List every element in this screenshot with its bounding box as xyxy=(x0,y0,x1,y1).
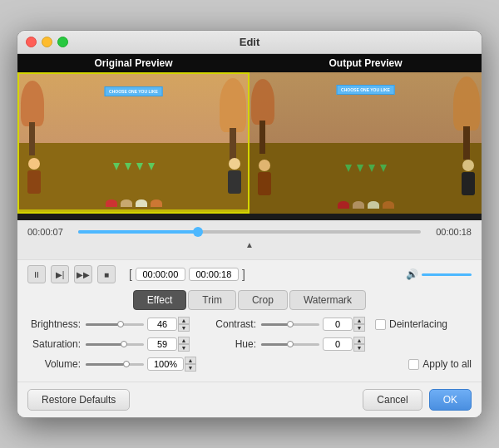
action-buttons: Cancel OK xyxy=(363,389,472,411)
char-pilgrim xyxy=(228,158,241,194)
clip-end-input[interactable] xyxy=(189,268,239,281)
output-preview-label: Output Preview xyxy=(250,54,482,72)
output-preview-panel: Output Preview CHOOSE ONE YOU LIKE xyxy=(250,54,482,220)
tree-right xyxy=(220,78,246,161)
deinterlacing-checkbox[interactable] xyxy=(375,319,386,330)
tab-watermark[interactable]: Watermark xyxy=(289,290,366,310)
volume-up[interactable]: ▲ xyxy=(185,357,196,364)
hue-label: Hue: xyxy=(203,338,261,350)
brightness-stepper[interactable]: ▲ ▼ xyxy=(178,317,190,332)
saturation-label: Saturation: xyxy=(27,338,86,350)
crop-indicator xyxy=(19,209,248,212)
arrows xyxy=(113,163,155,170)
tab-crop[interactable]: Crop xyxy=(238,290,288,310)
brightness-label: Brightness: xyxy=(27,318,86,330)
edit-window: Edit Original Preview xyxy=(17,30,482,418)
hue-value[interactable] xyxy=(323,337,353,351)
timeline-fill xyxy=(78,230,198,234)
controls-area: ⏸ ▶| ▶▶ ■ [ ] 🔊 Effect Trim Crop Waterma… xyxy=(17,259,482,382)
playback-row: ⏸ ▶| ▶▶ ■ [ ] 🔊 xyxy=(27,265,472,283)
output-tree-left xyxy=(251,79,274,154)
banner: CHOOSE ONE YOU LIKE xyxy=(104,86,163,96)
saturation-value[interactable] xyxy=(147,337,177,351)
next-frame-button[interactable]: ▶| xyxy=(51,265,69,283)
original-preview-panel: Original Preview CHOOSE xyxy=(17,54,250,220)
title-bar: Edit xyxy=(17,31,482,54)
bracket-open: [ xyxy=(129,268,132,281)
tree-left xyxy=(21,81,44,155)
contrast-slider[interactable] xyxy=(261,323,319,326)
apply-to-all-checkbox[interactable] xyxy=(408,359,419,370)
apply-to-all-label: Apply to all xyxy=(422,358,472,370)
ok-button[interactable]: OK xyxy=(429,389,472,411)
contrast-up[interactable]: ▲ xyxy=(353,317,365,324)
output-banner: CHOOSE ONE YOU LIKE xyxy=(336,85,395,95)
volume-area: 🔊 xyxy=(406,268,472,280)
timeline-area: 00:00:07 00:00:18 ▲ xyxy=(17,220,482,259)
preview-area: Original Preview CHOOSE xyxy=(17,54,482,220)
contrast-down[interactable]: ▼ xyxy=(353,324,365,332)
brightness-slider[interactable] xyxy=(86,323,144,326)
tab-effect[interactable]: Effect xyxy=(133,290,186,310)
contrast-value[interactable] xyxy=(323,318,353,331)
time-display: [ ] xyxy=(129,268,245,281)
volume-icon: 🔊 xyxy=(406,268,418,280)
output-scene: CHOOSE ONE YOU LIKE xyxy=(250,72,482,214)
minimize-button[interactable] xyxy=(42,37,52,47)
pause-button[interactable]: ⏸ xyxy=(27,265,46,283)
food-items xyxy=(106,199,162,207)
bracket-close: ] xyxy=(242,268,245,281)
hue-up[interactable]: ▲ xyxy=(353,337,365,344)
original-scene: CHOOSE ONE YOU LIKE xyxy=(19,74,248,212)
timeline-track[interactable] xyxy=(78,230,421,234)
output-char-pilgrim xyxy=(462,160,475,195)
brightness-up[interactable]: ▲ xyxy=(178,317,190,324)
contrast-label: Contrast: xyxy=(203,318,261,330)
output-arrows xyxy=(345,165,387,172)
output-tree-right xyxy=(453,76,480,160)
saturation-down[interactable]: ▼ xyxy=(178,344,190,352)
deinterlacing-label: Deinterlacing xyxy=(389,318,447,330)
output-food-items xyxy=(338,201,394,209)
saturation-stepper[interactable]: ▲ ▼ xyxy=(178,337,190,352)
bottom-bar: Restore Defaults Cancel OK xyxy=(17,382,482,417)
start-time-label: 00:00:07 xyxy=(27,227,73,237)
hue-down[interactable]: ▼ xyxy=(353,344,365,352)
volume-down[interactable]: ▼ xyxy=(185,364,196,372)
close-button[interactable] xyxy=(26,37,37,47)
window-controls xyxy=(26,37,68,47)
triangle-marker: ▲ xyxy=(27,240,472,249)
saturation-slider[interactable] xyxy=(86,343,144,346)
volume-track-slider[interactable] xyxy=(86,363,144,366)
hue-stepper[interactable]: ▲ ▼ xyxy=(353,337,365,352)
clip-start-input[interactable] xyxy=(136,268,185,281)
saturation-row: Saturation: ▲ ▼ Hue: ▲ ▼ xyxy=(27,337,472,352)
stop-button[interactable]: ■ xyxy=(97,265,116,283)
brightness-down[interactable]: ▼ xyxy=(178,324,190,332)
timeline-thumb[interactable] xyxy=(193,227,203,237)
maximize-button[interactable] xyxy=(57,37,68,47)
char-native xyxy=(27,158,41,194)
end-time-label: 00:00:18 xyxy=(426,227,472,237)
original-preview-image: CHOOSE ONE YOU LIKE xyxy=(17,72,250,214)
output-char-native xyxy=(258,160,271,195)
timeline-bar[interactable]: 00:00:07 00:00:18 xyxy=(27,227,472,237)
cancel-button[interactable]: Cancel xyxy=(363,389,422,411)
contrast-stepper[interactable]: ▲ ▼ xyxy=(353,317,365,332)
tabs-row: Effect Trim Crop Watermark xyxy=(27,290,472,310)
volume-slider[interactable] xyxy=(422,273,472,276)
hue-slider[interactable] xyxy=(261,343,319,346)
volume-row: Volume: ▲ ▼ Apply to all xyxy=(27,357,472,372)
window-title: Edit xyxy=(240,36,260,48)
output-preview-image: CHOOSE ONE YOU LIKE xyxy=(250,72,482,214)
saturation-up[interactable]: ▲ xyxy=(178,337,190,344)
brightness-row: Brightness: ▲ ▼ Contrast: ▲ ▼ Deinterlac… xyxy=(27,317,472,332)
volume-label: Volume: xyxy=(27,358,86,370)
fast-forward-button[interactable]: ▶▶ xyxy=(74,265,92,283)
restore-defaults-button[interactable]: Restore Defaults xyxy=(27,389,130,411)
brightness-value[interactable] xyxy=(147,318,177,331)
original-preview-label: Original Preview xyxy=(17,54,250,72)
tab-trim[interactable]: Trim xyxy=(188,290,236,310)
volume-stepper[interactable]: ▲ ▼ xyxy=(185,357,196,372)
volume-value[interactable] xyxy=(147,357,184,371)
